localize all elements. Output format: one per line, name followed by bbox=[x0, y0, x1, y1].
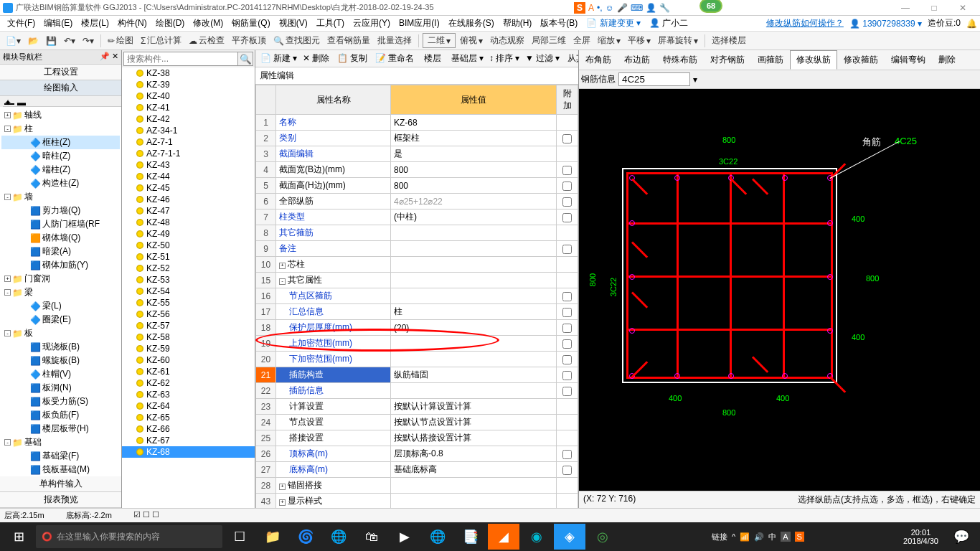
prop-attach[interactable] bbox=[557, 336, 578, 352]
tb-pan[interactable]: 平移 ▾ bbox=[625, 33, 654, 48]
ct-del[interactable]: ✕删除 bbox=[301, 52, 334, 65]
kz-item[interactable]: AZ-34-1 bbox=[122, 125, 255, 136]
kz-item[interactable]: KZ-46 bbox=[122, 194, 255, 205]
menu-help[interactable]: 帮助(H) bbox=[499, 17, 537, 29]
tb-taskview[interactable]: ☐ bbox=[224, 524, 255, 550]
rebar-tab[interactable]: 画箍筋 bbox=[751, 50, 790, 70]
prop-name[interactable]: 类别 bbox=[276, 131, 391, 146]
prop-val[interactable] bbox=[391, 478, 557, 494]
kz-item[interactable]: KZ-45 bbox=[122, 182, 255, 194]
tree-ring-beam[interactable]: 🔷 圈梁(E) bbox=[1, 313, 120, 326]
ct-filter[interactable]: ▼过滤▾ bbox=[523, 52, 562, 65]
prop-val[interactable] bbox=[391, 225, 557, 241]
report-tab[interactable]: 报表预览 bbox=[0, 492, 121, 508]
prop-attach[interactable] bbox=[557, 367, 578, 383]
icon1[interactable]: ✦ bbox=[4, 98, 14, 105]
minimize-button[interactable]: — bbox=[891, 3, 920, 13]
taskbar-search[interactable]: ⭕ 在这里输入你要搜索的内容 bbox=[36, 525, 222, 548]
ime-mic[interactable]: 🎤 bbox=[617, 3, 628, 13]
menu-bim[interactable]: BIM应用(I) bbox=[395, 17, 444, 29]
prop-val[interactable] bbox=[391, 494, 557, 509]
sel-icons[interactable]: ☑ ☐ ☐ bbox=[133, 510, 159, 521]
tree-slab-hole[interactable]: 🟦 板洞(N) bbox=[1, 381, 120, 395]
menu-file[interactable]: 文件(F) bbox=[3, 17, 39, 29]
kz-item[interactable]: KZ-67 bbox=[122, 435, 255, 446]
prop-val[interactable]: 800 bbox=[391, 178, 557, 194]
tb-folder[interactable]: 📁 bbox=[257, 524, 288, 550]
tb-bird[interactable]: 俯视 ▾ bbox=[457, 33, 486, 48]
prop-attach[interactable] bbox=[557, 131, 578, 146]
kz-item[interactable]: KZ-60 bbox=[122, 354, 255, 366]
prop-val[interactable]: (20) bbox=[391, 320, 557, 336]
draw-input-tab[interactable]: 绘图输入 bbox=[0, 80, 121, 96]
kz-item[interactable]: KZ-57 bbox=[122, 320, 255, 331]
prop-val[interactable]: (中柱) bbox=[391, 209, 557, 225]
tray-link[interactable]: 链接 bbox=[712, 532, 727, 542]
prop-attach[interactable] bbox=[557, 194, 578, 209]
rebar-tab[interactable]: 布边筋 bbox=[618, 50, 656, 70]
ct-new[interactable]: 📄新建▾ bbox=[258, 52, 299, 65]
search-input[interactable] bbox=[124, 52, 237, 65]
kz-item[interactable]: KZ-63 bbox=[122, 389, 255, 400]
prop-name[interactable]: 底标高(m) bbox=[276, 462, 391, 478]
sogou-icon[interactable]: S bbox=[574, 2, 585, 14]
tree-frame-col[interactable]: 🔷 框柱(Z) bbox=[1, 136, 120, 149]
tb-cloud[interactable]: ☁ 云检查 bbox=[186, 33, 227, 48]
prop-name[interactable]: + 锚固搭接 bbox=[276, 478, 391, 494]
prop-attach[interactable] bbox=[557, 446, 578, 462]
prop-name[interactable]: 汇总信息 bbox=[276, 304, 391, 320]
prop-attach[interactable] bbox=[557, 241, 578, 257]
tray-clock[interactable]: 20:012018/4/30 bbox=[897, 528, 944, 545]
kz-item[interactable]: KZ-38 bbox=[122, 67, 255, 79]
tb-app5[interactable]: ◉ bbox=[521, 524, 552, 550]
prop-attach[interactable] bbox=[557, 383, 578, 399]
tb-batch[interactable]: 批量选择 bbox=[374, 33, 415, 48]
prop-name[interactable]: + 显示样式 bbox=[276, 494, 391, 509]
kz-item[interactable]: KZ-48 bbox=[122, 217, 255, 228]
kz-item[interactable]: KZ-55 bbox=[122, 297, 255, 309]
prop-name[interactable]: + 芯柱 bbox=[276, 257, 391, 273]
tb-app3[interactable]: 📑 bbox=[455, 524, 486, 550]
tb-app2[interactable]: ▶ bbox=[389, 524, 420, 550]
tree-cast-slab[interactable]: 🟦 现浇板(B) bbox=[1, 340, 120, 354]
tree-slab-force[interactable]: 🟦 板受力筋(S) bbox=[1, 395, 120, 408]
ct-rename[interactable]: 📝重命名 bbox=[373, 52, 418, 65]
tb-flat[interactable]: 平齐板顶 bbox=[229, 33, 269, 48]
ime-toolbar[interactable]: S A •, ☺ 🎤 ⌨ 👤 🔧 bbox=[574, 0, 670, 16]
prop-val[interactable]: 按默认计算设置计算 bbox=[391, 399, 557, 415]
prop-val[interactable] bbox=[391, 257, 557, 273]
menu-modify[interactable]: 修改(M) bbox=[189, 17, 227, 29]
prop-attach[interactable] bbox=[557, 494, 578, 509]
rebar-tab[interactable]: 修改纵筋 bbox=[790, 50, 837, 70]
kz-item[interactable]: KZ-61 bbox=[122, 366, 255, 377]
menu-online[interactable]: 在线服务(S) bbox=[444, 17, 499, 29]
prop-name[interactable]: 节点区箍筋 bbox=[276, 288, 391, 304]
tb-app7[interactable]: ◎ bbox=[587, 524, 618, 550]
tray-net[interactable]: 📶 bbox=[740, 532, 750, 542]
prop-val[interactable]: 基础底标高 bbox=[391, 462, 557, 478]
tb-zoom[interactable]: 缩放 ▾ bbox=[595, 33, 623, 48]
rebar-tab[interactable]: 对齐钢筋 bbox=[704, 50, 751, 70]
prop-name[interactable]: 柱类型 bbox=[276, 209, 391, 225]
ct-floor[interactable]: 楼层 bbox=[420, 52, 446, 65]
prop-attach[interactable] bbox=[557, 304, 578, 320]
rebar-info-input[interactable] bbox=[618, 72, 690, 86]
prop-val[interactable] bbox=[391, 383, 557, 399]
prop-val[interactable]: 按默认节点设置计算 bbox=[391, 415, 557, 430]
rebar-dropdown[interactable]: ▾ bbox=[693, 75, 697, 85]
tray-ime-ch[interactable]: 中 bbox=[768, 532, 776, 542]
prop-name[interactable]: 下加密范围(mm) bbox=[276, 352, 391, 367]
kz-item[interactable]: KZ-62 bbox=[122, 377, 255, 389]
ct-sort[interactable]: ↕排序▾ bbox=[487, 52, 522, 65]
tree-dark-beam[interactable]: 🟦 暗梁(A) bbox=[1, 245, 120, 258]
tb-save[interactable]: 💾 bbox=[43, 34, 60, 47]
kz-item[interactable]: KZ-66 bbox=[122, 423, 255, 435]
prop-val[interactable]: 纵筋锚固 bbox=[391, 367, 557, 383]
tb-view-rebar[interactable]: 查看钢筋量 bbox=[324, 33, 373, 48]
prop-attach[interactable] bbox=[557, 115, 578, 131]
tb-store[interactable]: 🛍 bbox=[356, 524, 387, 550]
prop-attach[interactable] bbox=[557, 430, 578, 446]
tb-draw[interactable]: ✏ 绘图 bbox=[105, 33, 136, 48]
tb-edge[interactable]: 🌐 bbox=[323, 524, 354, 550]
prop-name[interactable]: 上加密范围(mm) bbox=[276, 336, 391, 352]
